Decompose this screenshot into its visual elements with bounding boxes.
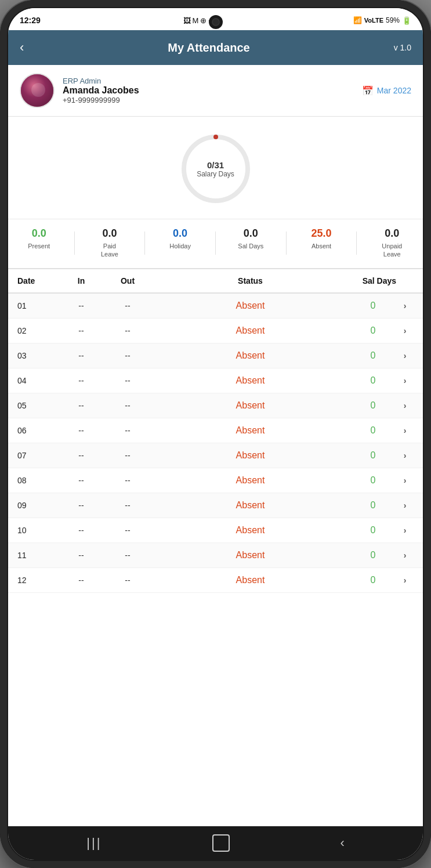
- td-out: --: [104, 501, 151, 510]
- profile-phone: +91-9999999999: [63, 96, 139, 104]
- profile-role: ERP Admin: [63, 77, 139, 85]
- version-label: v 1.0: [394, 43, 411, 52]
- td-status: Absent: [151, 350, 350, 361]
- td-date: 10: [17, 526, 58, 535]
- chevron-right-icon[interactable]: ›: [396, 376, 414, 385]
- table-row[interactable]: 05 -- -- Absent 0 ›: [8, 393, 423, 418]
- td-sal-days: 0: [350, 550, 396, 560]
- td-in: --: [58, 526, 104, 535]
- td-status: Absent: [151, 425, 350, 436]
- table-row[interactable]: 01 -- -- Absent 0 ›: [8, 294, 423, 319]
- table-row[interactable]: 07 -- -- Absent 0 ›: [8, 443, 423, 468]
- stat-sal-days: 0.0 Sal Days: [233, 227, 268, 250]
- td-out: --: [104, 576, 151, 585]
- date-badge[interactable]: 📅 Mar 2022: [362, 85, 411, 96]
- td-sal-days: 0: [350, 425, 396, 436]
- stat-paid-leave-value: 0.0: [102, 227, 117, 240]
- table-row[interactable]: 02 -- -- Absent 0 ›: [8, 319, 423, 343]
- chevron-right-icon[interactable]: ›: [396, 351, 414, 360]
- td-out: --: [104, 451, 151, 460]
- td-date: 02: [17, 326, 58, 335]
- table-row[interactable]: 04 -- -- Absent 0 ›: [8, 368, 423, 393]
- chevron-right-icon[interactable]: ›: [396, 526, 414, 535]
- chevron-right-icon[interactable]: ›: [396, 551, 414, 560]
- stat-absent: 25.0 Absent: [304, 227, 339, 250]
- nav-recent-apps-button[interactable]: |||: [86, 836, 102, 851]
- divider-3: [215, 232, 216, 255]
- divider-1: [74, 232, 75, 255]
- table-row[interactable]: 03 -- -- Absent 0 ›: [8, 343, 423, 368]
- donut-label: Salary Days: [197, 170, 234, 178]
- battery-icon: 59%: [386, 16, 400, 24]
- td-out: --: [104, 326, 151, 335]
- nav-home-button[interactable]: [212, 834, 230, 852]
- td-out: --: [104, 351, 151, 360]
- td-in: --: [58, 501, 104, 510]
- back-button[interactable]: ‹: [20, 40, 24, 55]
- table-row[interactable]: 11 -- -- Absent 0 ›: [8, 543, 423, 568]
- table-header: Date In Out Status Sal Days: [8, 269, 423, 294]
- wifi-icon: 📶: [353, 16, 362, 24]
- th-action: [396, 276, 414, 285]
- table-row[interactable]: 06 -- -- Absent 0 ›: [8, 418, 423, 443]
- calendar-icon: 📅: [362, 85, 374, 96]
- td-status: Absent: [151, 301, 350, 311]
- photo-icon: 🖼: [183, 16, 191, 25]
- table-row[interactable]: 10 -- -- Absent 0 ›: [8, 518, 423, 543]
- td-in: --: [58, 351, 104, 360]
- td-date: 08: [17, 476, 58, 485]
- chevron-right-icon[interactable]: ›: [396, 326, 414, 335]
- th-sal-days: Sal Days: [350, 276, 396, 285]
- td-in: --: [58, 401, 104, 410]
- chart-section: 0/31 Salary Days: [8, 117, 423, 219]
- chevron-right-icon[interactable]: ›: [396, 576, 414, 585]
- divider-5: [356, 232, 357, 255]
- chevron-right-icon[interactable]: ›: [396, 476, 414, 485]
- td-out: --: [104, 551, 151, 560]
- stat-unpaid-leave-label: UnpaidLeave: [382, 242, 402, 259]
- table-row[interactable]: 08 -- -- Absent 0 ›: [8, 468, 423, 493]
- status-icons: 📶 VoLTE 59% 🔋: [353, 16, 411, 25]
- phone-frame: 12:29 🖼 M ⊕ • 📶 VoLTE 59% 🔋 ‹ My Attenda…: [0, 0, 431, 868]
- td-in: --: [58, 476, 104, 485]
- chevron-right-icon[interactable]: ›: [396, 426, 414, 435]
- th-date: Date: [17, 276, 58, 285]
- chevron-right-icon[interactable]: ›: [396, 451, 414, 460]
- stats-section: 0.0 Present 0.0 PaidLeave 0.0 Holiday 0.…: [8, 219, 423, 269]
- td-sal-days: 0: [350, 500, 396, 511]
- td-date: 05: [17, 401, 58, 410]
- td-in: --: [58, 301, 104, 310]
- td-in: --: [58, 426, 104, 435]
- profile-info: ERP Admin Amanda Jacobes +91-9999999999: [63, 77, 139, 104]
- td-out: --: [104, 376, 151, 385]
- donut-chart: 0/31 Salary Days: [175, 128, 256, 209]
- table-row[interactable]: 12 -- -- Absent 0 ›: [8, 568, 423, 593]
- stat-absent-value: 25.0: [312, 227, 332, 240]
- status-time: 12:29: [20, 16, 41, 25]
- stat-present: 0.0 Present: [21, 227, 56, 250]
- nav-back-button[interactable]: ‹: [340, 836, 344, 851]
- table-row[interactable]: 09 -- -- Absent 0 ›: [8, 493, 423, 518]
- mail-icon: M: [193, 16, 199, 25]
- td-date: 03: [17, 351, 58, 360]
- td-date: 09: [17, 501, 58, 510]
- td-sal-days: 0: [350, 400, 396, 411]
- stat-holiday-label: Holiday: [169, 242, 191, 250]
- chevron-right-icon[interactable]: ›: [396, 301, 414, 310]
- td-status: Absent: [151, 450, 350, 461]
- stat-sal-days-value: 0.0: [244, 227, 258, 240]
- td-date: 12: [17, 576, 58, 585]
- td-status: Absent: [151, 475, 350, 486]
- app-header: ‹ My Attendance v 1.0: [8, 30, 423, 65]
- stat-holiday-value: 0.0: [173, 227, 187, 240]
- td-in: --: [58, 451, 104, 460]
- donut-fraction: 0/31: [197, 160, 234, 170]
- stat-sal-days-label: Sal Days: [238, 242, 263, 250]
- divider-4: [286, 232, 287, 255]
- chevron-right-icon[interactable]: ›: [396, 501, 414, 510]
- td-status: Absent: [151, 525, 350, 536]
- chevron-right-icon[interactable]: ›: [396, 401, 414, 410]
- td-date: 06: [17, 426, 58, 435]
- th-status: Status: [151, 276, 350, 285]
- td-status: Absent: [151, 326, 350, 336]
